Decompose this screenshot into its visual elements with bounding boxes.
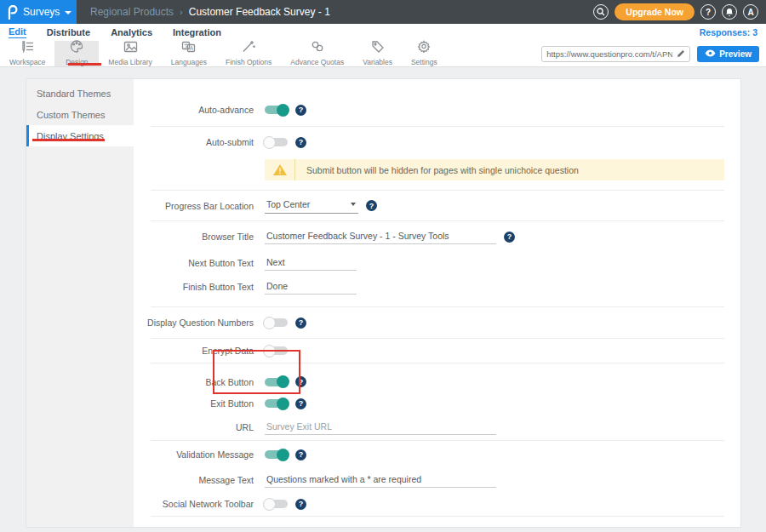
toolbar-tab-label: Variables [363, 58, 392, 66]
finish-button-text-input[interactable] [265, 279, 357, 295]
nav-tab-distribute[interactable]: Distribute [47, 27, 90, 38]
questionpro-app: Surveys Regional Products › Customer Fee… [0, 0, 766, 532]
validation-message-help-icon[interactable]: ? [295, 449, 306, 460]
message-text-input[interactable] [265, 472, 496, 488]
exit-button-help-icon[interactable]: ? [295, 398, 306, 409]
edit-url-pencil-icon[interactable] [677, 46, 685, 61]
responses-count[interactable]: Responses: 3 [700, 27, 757, 37]
validation-message-row: Validation Message ? [134, 441, 724, 468]
auto-advance-help-icon[interactable]: ? [295, 105, 306, 116]
display-question-numbers-toggle[interactable] [265, 318, 288, 327]
back-button-help-icon[interactable]: ? [295, 376, 306, 387]
help-menu-icon[interactable]: ? [700, 4, 716, 20]
social-network-toolbar-toggle[interactable] [265, 500, 288, 508]
social-network-toolbar-row: Social Network Toolbar ? [134, 492, 724, 516]
search-icon[interactable] [593, 4, 609, 20]
sidebar-item-custom-themes[interactable]: Custom Themes [26, 104, 134, 125]
toolbar-tab-finish-options[interactable]: Finish Options [216, 41, 281, 66]
display-question-numbers-label: Display Question Numbers [134, 317, 265, 328]
validation-message-toggle[interactable] [265, 450, 288, 459]
toolbar-tab-media-library[interactable]: Media Library [99, 41, 162, 66]
exit-url-input[interactable] [265, 420, 496, 435]
design-icon [70, 40, 83, 56]
breadcrumb-separator-icon: › [180, 7, 183, 17]
toolbar-tab-advance-quotas[interactable]: Advance Quotas [281, 41, 353, 66]
back-button-row: Back Button ? [134, 371, 724, 392]
back-button-label: Back Button [134, 377, 265, 387]
next-button-text-input[interactable] [265, 255, 357, 271]
eye-icon [705, 49, 716, 59]
next-button-text-row: Next Button Text [134, 252, 724, 274]
sidebar-item-display-settings[interactable]: Display Settings [26, 125, 134, 146]
browser-title-input[interactable] [265, 229, 496, 244]
toolbar-tab-label: Settings [411, 58, 437, 66]
social-network-toolbar-label: Social Network Toolbar [134, 499, 265, 509]
top-bar-actions: Upgrade Now ? A [593, 3, 766, 20]
breadcrumb: Regional Products › Customer Feedback Su… [90, 6, 330, 18]
display-settings-form: Auto-advance ? Auto-submit ? [134, 79, 740, 527]
exit-button-row: Exit Button ? [134, 392, 724, 415]
browser-title-row: Browser Title ? [134, 221, 724, 252]
design-page: Standard Themes Custom Themes Display Se… [0, 67, 766, 532]
display-settings-card: Standard Themes Custom Themes Display Se… [26, 78, 741, 528]
progress-bar-location-value: Top Center [266, 199, 310, 209]
auto-submit-help-icon[interactable]: ? [295, 137, 306, 148]
chevron-down-icon [351, 203, 356, 206]
design-sidebar: Standard Themes Custom Themes Display Se… [26, 79, 134, 527]
nav-tab-integration[interactable]: Integration [173, 27, 221, 38]
survey-url-input[interactable] [546, 49, 672, 59]
browser-title-help-icon[interactable]: ? [504, 232, 515, 243]
toolbar-right: Preview [541, 41, 766, 66]
social-network-toolbar-help-icon[interactable]: ? [295, 499, 306, 510]
validation-message-label: Validation Message [134, 449, 265, 460]
display-question-numbers-row: Display Question Numbers ? [134, 307, 724, 338]
progress-bar-help-icon[interactable]: ? [366, 200, 377, 211]
progress-bar-location-select[interactable]: Top Center [265, 197, 358, 214]
toolbar-tab-design[interactable]: Design [54, 41, 99, 66]
message-text-row: Message Text [134, 468, 724, 492]
back-button-toggle[interactable] [265, 378, 288, 386]
toolbar-tab-label: Advance Quotas [290, 58, 344, 66]
workspace-icon [20, 41, 35, 56]
message-text-label: Message Text [134, 475, 265, 485]
product-switcher[interactable]: Surveys [0, 0, 77, 24]
account-avatar[interactable]: A [743, 4, 758, 20]
sidebar-item-standard-themes[interactable]: Standard Themes [26, 83, 134, 104]
auto-submit-toggle[interactable] [265, 138, 288, 146]
media-library-icon [123, 41, 138, 56]
progress-bar-row: Progress Bar Location Top Center ? [134, 191, 724, 220]
auto-advance-toggle[interactable] [265, 106, 288, 114]
finish-button-text-row: Finish Button Text [134, 274, 724, 300]
variables-icon [371, 40, 385, 56]
upgrade-now-button[interactable]: Upgrade Now [615, 3, 695, 20]
top-bar: Surveys Regional Products › Customer Fee… [0, 0, 766, 24]
nav-tab-analytics[interactable]: Analytics [111, 27, 152, 38]
toolbar-tab-label: Media Library [108, 58, 152, 66]
finish-options-icon [242, 40, 255, 56]
toolbar-tab-label: Languages [171, 58, 207, 66]
encrypt-data-toggle[interactable] [265, 346, 288, 355]
browser-title-label: Browser Title [134, 232, 265, 242]
breadcrumb-survey-title: Customer Feedback Survey - 1 [189, 6, 330, 18]
toolbar-tab-variables[interactable]: Variables [353, 41, 402, 66]
notifications-bell-icon[interactable] [722, 4, 737, 20]
warning-text: Submit button will be hidden for pages w… [295, 165, 579, 175]
toolbar-tab-languages[interactable]: 文 A Languages [162, 41, 216, 66]
auto-advance-label: Auto-advance [134, 105, 265, 115]
exit-button-toggle[interactable] [265, 399, 288, 408]
toolbar-tab-label: Workspace [9, 58, 45, 66]
breadcrumb-folder[interactable]: Regional Products [90, 6, 174, 18]
warning-triangle-icon [265, 159, 295, 180]
languages-icon: 文 A [181, 41, 196, 56]
preview-button[interactable]: Preview [697, 46, 759, 62]
toolbar-tab-workspace[interactable]: Workspace [0, 41, 54, 66]
nav-tab-edit[interactable]: Edit [9, 26, 26, 38]
exit-group: Back Button ? Exit Button ? [134, 363, 724, 440]
divider [151, 516, 724, 517]
toolbar-tab-label: Design [66, 58, 88, 66]
finish-button-text-label: Finish Button Text [134, 282, 265, 292]
toolbar-tab-settings[interactable]: Settings [402, 41, 447, 66]
display-question-numbers-help-icon[interactable]: ? [295, 317, 306, 329]
svg-text:A: A [190, 45, 194, 51]
auto-submit-row: Auto-submit ? [134, 127, 724, 157]
